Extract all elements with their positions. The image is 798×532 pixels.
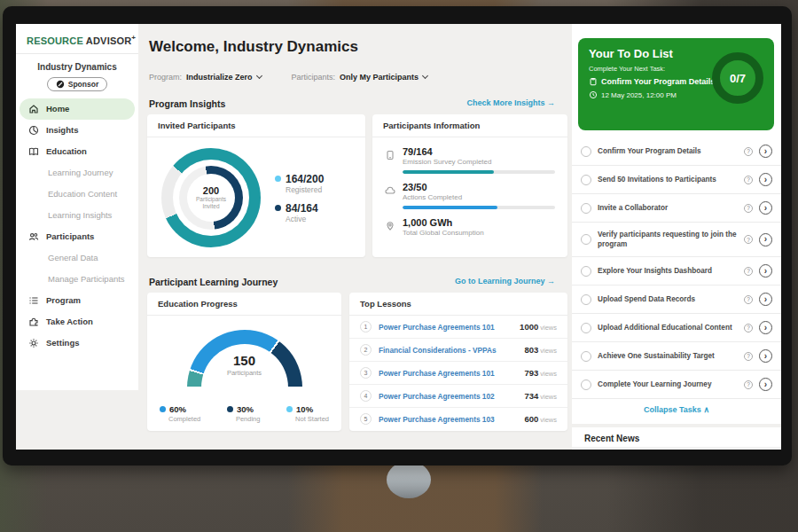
participants-dropdown[interactable]: Participants: Only My Participants (292, 73, 428, 82)
task-checkbox[interactable] (581, 266, 591, 277)
sidebar-item-education-content[interactable]: Education Content (16, 184, 138, 205)
task-checkbox[interactable] (581, 323, 591, 333)
gauge-legend: 60% Completed 30% Pending 10% Not Starte… (147, 392, 341, 423)
lesson-row: 4 Power Purchase Agreements 102 734views (349, 385, 567, 408)
todo-panel: Your To Do List Complete Your Next Task:… (572, 24, 781, 424)
logo-plus: + (131, 34, 136, 42)
not-started-pct: 10% (296, 404, 313, 414)
check-more-insights-link[interactable]: Check More Insights → (466, 98, 555, 107)
program-dropdown[interactable]: Program: Industrialize Zero (149, 73, 262, 82)
info-icon[interactable]: ? (744, 147, 753, 156)
sidebar-item-settings[interactable]: Settings (16, 332, 138, 354)
sidebar-item-manage-participants[interactable]: Manage Participants (16, 269, 138, 290)
task-row[interactable]: Achieve One Sustainability Target ? › (572, 342, 781, 371)
task-checkbox[interactable] (581, 203, 591, 214)
sidebar-item-education[interactable]: Education (16, 141, 138, 162)
lesson-link[interactable]: Power Purchase Agreements 101 (379, 369, 517, 378)
chevron-right-icon[interactable]: › (759, 293, 772, 306)
task-row[interactable]: Upload Additional Educational Content ? … (572, 314, 781, 342)
card-title: Education Progress (147, 293, 341, 316)
info-icon[interactable]: ? (744, 267, 753, 276)
chevron-right-icon[interactable]: › (759, 233, 772, 246)
chevron-right-icon[interactable]: › (759, 349, 772, 363)
task-row[interactable]: Upload Spend Data Records ? › (572, 286, 781, 314)
logo-advisor: ADVISOR (86, 35, 132, 46)
info-row-survey: 79/164 Emission Survey Completed (385, 146, 555, 174)
education-progress-card: Education Progress 150 Participants 60% … (147, 293, 341, 431)
todo-due-label: 12 May 2025, 12:00 PM (601, 91, 677, 99)
sidebar-item-take-action[interactable]: Take Action (16, 311, 138, 332)
actions-label: Actions Completed (403, 193, 555, 201)
info-icon[interactable]: ? (744, 204, 753, 213)
sidebar-item-label: Learning Insights (48, 210, 112, 220)
sidebar-item-label: Education (46, 146, 87, 156)
sidebar-item-learning-insights[interactable]: Learning Insights (16, 205, 138, 226)
sidebar-item-participants[interactable]: Participants (16, 226, 138, 247)
sidebar-item-label: Settings (46, 338, 79, 348)
sidebar-item-general-data[interactable]: General Data (16, 247, 138, 269)
task-row[interactable]: Send 50 Invitations to Participants ? › (572, 166, 781, 194)
info-icon[interactable]: ? (744, 380, 753, 389)
sidebar-item-learning-journey[interactable]: Learning Journey (16, 162, 138, 184)
task-checkbox[interactable] (581, 379, 591, 390)
monitor-bezel: RESOURCE ADVISOR+ Industry Dynamics Spon… (3, 6, 792, 466)
task-row[interactable]: Invite a Collaborator ? › (572, 194, 781, 223)
sidebar-item-insights[interactable]: Insights (16, 120, 138, 141)
sponsor-badge[interactable]: Sponsor (47, 77, 107, 91)
chevron-right-icon[interactable]: › (759, 173, 772, 186)
sidebar-item-label: Home (46, 104, 69, 113)
lessons-list: 1 Power Purchase Agreements 101 1000view… (349, 316, 567, 430)
pending-pct: 30% (237, 404, 254, 414)
recent-news-title: Recent News (572, 427, 781, 448)
arrow-right-icon: → (547, 98, 555, 107)
go-to-learning-journey-link[interactable]: Go to Learning Journey → (455, 277, 555, 286)
task-row[interactable]: Confirm Your Program Details ? › (572, 137, 781, 166)
clock-icon (589, 90, 598, 99)
task-label: Send 50 Invitations to Participants (598, 175, 738, 184)
lesson-link[interactable]: Financial Considerations - VPPAs (379, 346, 517, 355)
sidebar: RESOURCE ADVISOR+ Industry Dynamics Spon… (16, 24, 138, 390)
task-row[interactable]: Complete Your Learning Journey ? › (572, 371, 781, 399)
invited-donut-chart: 200 Participants Invited (161, 148, 261, 247)
task-checkbox[interactable] (581, 351, 591, 362)
chevron-right-icon[interactable]: › (759, 321, 772, 334)
actions-icon (385, 185, 395, 196)
chevron-right-icon[interactable]: › (759, 201, 772, 215)
sidebar-item-label: General Data (48, 253, 98, 262)
todo-next-task-label: Confirm Your Program Details (601, 77, 715, 86)
info-icon[interactable]: ? (744, 295, 753, 304)
chevron-right-icon[interactable]: › (759, 145, 772, 158)
not-started-label: Not Started (295, 415, 329, 423)
lesson-views: 793 (524, 368, 538, 378)
registered-label: Registered (286, 185, 324, 194)
sidebar-item-program[interactable]: Program (16, 290, 138, 311)
lesson-rank: 3 (360, 367, 372, 379)
card-title: Invited Participants (147, 114, 365, 137)
task-checkbox[interactable] (581, 146, 591, 157)
lesson-link[interactable]: Power Purchase Agreements 101 (379, 323, 512, 332)
task-row[interactable]: Explore Your Insights Dashboard ? › (572, 257, 781, 286)
chevron-right-icon[interactable]: › (759, 264, 772, 278)
info-icon[interactable]: ? (744, 324, 753, 332)
insights-icon (28, 125, 39, 136)
lesson-link[interactable]: Power Purchase Agreements 103 (379, 415, 517, 424)
chevron-down-icon (422, 73, 428, 79)
link-label: Go to Learning Journey (455, 277, 545, 286)
pending-dot-icon (227, 406, 233, 412)
registered-dot-icon (275, 176, 281, 182)
gauge-total-label: Participants (187, 369, 302, 377)
invited-participants-card: Invited Participants 200 Participants In… (147, 114, 365, 257)
task-checkbox[interactable] (581, 294, 591, 305)
task-checkbox[interactable] (581, 234, 591, 245)
sidebar-item-label: Participants (46, 231, 94, 241)
lesson-link[interactable]: Power Purchase Agreements 102 (379, 392, 517, 401)
info-icon[interactable]: ? (744, 235, 753, 244)
sidebar-item-home[interactable]: Home (20, 98, 135, 120)
chevron-up-icon: ∧ (703, 405, 709, 414)
task-row[interactable]: Verify participants requesting to join t… (572, 223, 781, 257)
chevron-right-icon[interactable]: › (759, 378, 772, 391)
info-icon[interactable]: ? (744, 176, 753, 184)
task-checkbox[interactable] (581, 175, 591, 185)
info-icon[interactable]: ? (744, 352, 753, 361)
collapse-tasks-link[interactable]: Collapse Tasks ∧ (572, 399, 781, 422)
